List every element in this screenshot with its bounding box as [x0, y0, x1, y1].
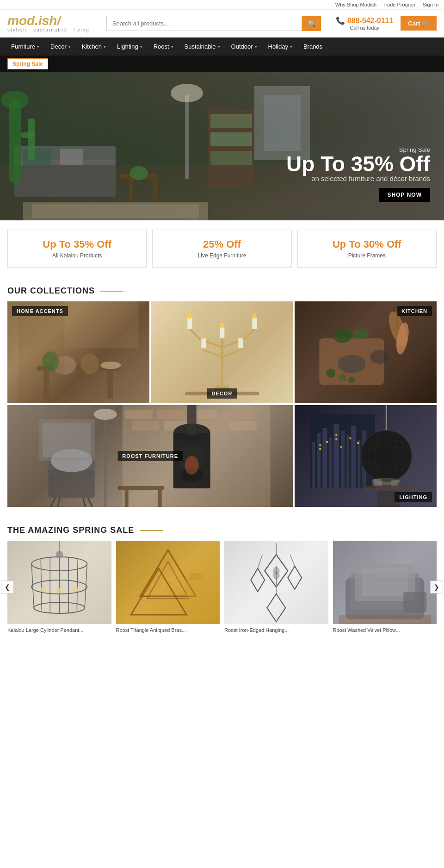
nav-outdoor[interactable]: Outdoor ▾ [226, 37, 263, 56]
product-card-3[interactable]: Roost Washed Velvet Pillow... [333, 541, 437, 633]
svg-rect-63 [125, 410, 153, 419]
collection-home-accents[interactable]: HOME ACCENTS [7, 301, 149, 403]
svg-point-13 [130, 166, 148, 180]
svg-line-127 [41, 559, 42, 610]
svg-point-30 [100, 362, 121, 369]
nav-decor[interactable]: Decor ▾ [45, 37, 76, 56]
product-card-2[interactable]: Roost Iron-Edged Hanging... [224, 541, 328, 633]
chevron-down-icon: ▾ [104, 44, 106, 49]
search-input[interactable] [106, 16, 302, 31]
svg-point-61 [349, 377, 355, 383]
svg-rect-44 [238, 338, 243, 348]
svg-rect-66 [222, 410, 254, 419]
call-label: Call us today [336, 25, 393, 31]
header: mod.ish/ stylish · sustainable · living … [0, 10, 444, 37]
sign-in-link[interactable]: Sign In [423, 2, 438, 7]
svg-rect-105 [336, 434, 338, 436]
contact-area: 📞 888-542-0111 Call us today [336, 16, 393, 31]
svg-point-46 [188, 313, 191, 319]
promo-pct-1: 25% Off [160, 238, 284, 250]
svg-point-57 [338, 355, 366, 373]
svg-rect-92 [313, 442, 315, 488]
chevron-down-icon: ▾ [68, 44, 71, 49]
products-next-button[interactable]: ❯ [430, 581, 443, 593]
collection-roost[interactable]: ROOST FURNITURE [7, 405, 293, 507]
svg-line-150 [290, 555, 295, 566]
svg-rect-96 [334, 424, 339, 488]
phone-number: 📞 888-542-0111 [336, 16, 393, 25]
nav-lighting[interactable]: Lighting ▾ [111, 37, 148, 56]
svg-point-28 [80, 354, 99, 374]
cart-button[interactable]: Cart 🛒 [401, 16, 437, 31]
svg-line-82 [83, 498, 86, 507]
svg-point-9 [1, 91, 29, 109]
chevron-down-icon: ▾ [171, 44, 173, 49]
svg-rect-94 [323, 428, 327, 488]
svg-rect-11 [130, 179, 133, 202]
svg-rect-141 [186, 578, 205, 606]
svg-point-85 [94, 409, 117, 420]
search-button[interactable]: 🔍 [302, 16, 321, 31]
svg-marker-146 [267, 594, 285, 622]
svg-rect-6 [28, 119, 35, 160]
chevron-down-icon: ▾ [290, 44, 292, 49]
logo[interactable]: mod.ish/ stylish · sustainable · living [7, 14, 90, 32]
svg-rect-42 [252, 318, 257, 329]
nav-roost[interactable]: Roost ▾ [148, 37, 179, 56]
svg-marker-139 [131, 568, 186, 615]
svg-line-81 [58, 498, 60, 507]
collection-label-home-accents: HOME ACCENTS [12, 306, 68, 316]
product-name-3: Roost Washed Velvet Pillow... [333, 627, 437, 633]
svg-rect-67 [132, 421, 160, 431]
chevron-down-icon: ▾ [140, 44, 142, 49]
shop-now-button[interactable]: SHOP NOW [379, 188, 430, 202]
svg-rect-109 [358, 442, 359, 444]
product-img-3 [333, 541, 437, 624]
spring-sale-tag[interactable]: Spring Sale [7, 58, 48, 69]
main-nav: Furniture ▾ Decor ▾ Kitchen ▾ Lighting ▾… [0, 37, 444, 56]
chevron-down-icon: ▾ [218, 44, 220, 49]
svg-marker-138 [147, 562, 189, 599]
svg-rect-108 [350, 437, 352, 439]
promo-box-frames[interactable]: Up To 30% Off Picture Frames [297, 230, 437, 268]
collection-decor-bg [151, 301, 293, 403]
svg-rect-104 [327, 441, 328, 443]
collection-decor[interactable]: DECOR [151, 301, 293, 403]
product-name-2: Roost Iron-Edged Hanging... [224, 627, 328, 633]
svg-rect-118 [366, 486, 412, 490]
svg-point-55 [333, 329, 352, 343]
products-prev-button[interactable]: ❮ [1, 581, 14, 593]
arrow-right-icon: ❯ [434, 583, 439, 591]
svg-line-39 [222, 350, 240, 357]
collection-kitchen[interactable]: KITCHEN [295, 301, 437, 403]
svg-rect-159 [339, 615, 431, 624]
collection-lighting[interactable]: LIGHTING [295, 405, 437, 507]
cart-icon: 🛒 [422, 20, 429, 27]
promo-label-1: Live Edge Furniture [160, 252, 284, 259]
svg-rect-119 [373, 479, 382, 486]
svg-point-133 [40, 587, 46, 592]
svg-rect-18 [210, 132, 252, 146]
promo-box-kalalou[interactable]: Up To 35% Off All Kalalou Products [7, 230, 147, 268]
promo-row: Up To 35% Off All Kalalou Products 25% O… [0, 220, 444, 277]
chevron-down-icon: ▾ [255, 44, 257, 49]
svg-rect-8 [9, 100, 21, 183]
hero-banner: Spring Sale Up To 35% Off on selected fu… [0, 72, 444, 220]
svg-rect-120 [391, 480, 398, 486]
product-img-2 [224, 541, 328, 624]
nav-kitchen[interactable]: Kitchen ▾ [76, 37, 111, 56]
product-card-1[interactable]: Roost Triangle Antiqued Bras... [116, 541, 220, 633]
nav-brands[interactable]: Brands [298, 37, 328, 56]
svg-rect-2 [14, 160, 116, 197]
trade-program-link[interactable]: Trade Program [382, 2, 417, 7]
svg-line-37 [245, 329, 254, 338]
why-shop-link[interactable]: Why Shop Modish [335, 2, 376, 7]
nav-sustainable[interactable]: Sustainable ▾ [179, 37, 226, 56]
promo-box-live-edge[interactable]: 25% Off Live Edge Furniture [152, 230, 291, 268]
svg-rect-26 [107, 371, 113, 399]
svg-rect-12 [154, 179, 157, 202]
nav-furniture[interactable]: Furniture ▾ [6, 37, 45, 56]
nav-holiday[interactable]: Holiday ▾ [263, 37, 298, 56]
svg-rect-87 [43, 423, 91, 457]
product-card-0[interactable]: Kalalou Large Cylinder Pendant... [7, 541, 111, 633]
